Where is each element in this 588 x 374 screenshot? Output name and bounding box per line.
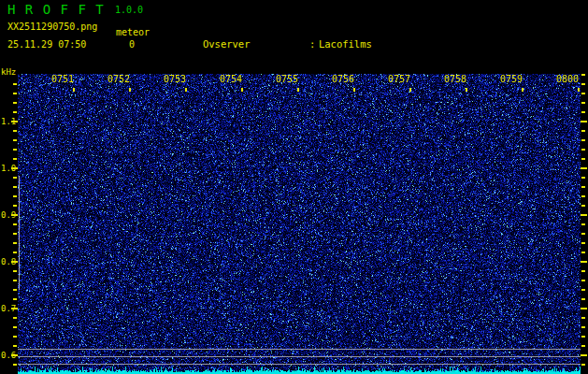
time-minute-tick (466, 88, 467, 92)
freq-minor-tick-left (13, 102, 17, 104)
freq-major-tick-left (11, 214, 18, 216)
time-tick-label: 0759 (499, 74, 523, 84)
info-label: Ovserver (203, 38, 309, 50)
time-minute-tick (353, 88, 355, 92)
freq-major-tick-right (581, 261, 587, 263)
time-tick-label: 0754 (219, 74, 242, 84)
freq-minor-tick-right (581, 270, 585, 272)
freq-minor-tick-left (13, 130, 17, 132)
freq-major-tick-left (11, 308, 18, 309)
freq-minor-tick-right (581, 223, 585, 225)
freq-minor-tick-right (581, 336, 585, 338)
freq-minor-tick-right (581, 242, 585, 244)
freq-minor-tick-left (13, 280, 17, 281)
time-minute-tick (129, 88, 131, 92)
time-minute-tick (578, 88, 580, 92)
info-row-observer: Ovserver:Lacofilms (167, 26, 454, 38)
freq-minor-tick-left (13, 252, 17, 253)
freq-minor-tick-left (13, 242, 17, 244)
app-title: H R O F F T (7, 2, 105, 17)
freq-minor-tick-left (13, 298, 17, 300)
freq-minor-tick-right (581, 186, 585, 188)
freq-minor-tick-right (581, 289, 585, 291)
time-minute-tick (185, 88, 187, 92)
hrofft-screen: H R O F F T 1.0.0 XX2511290750.png meteo… (0, 0, 588, 374)
app-version: 1.0.0 (115, 5, 143, 15)
carrier-line (18, 356, 581, 357)
freq-minor-tick-right (581, 93, 585, 94)
freq-minor-tick-left (13, 233, 17, 235)
freq-axis-unit: kHz (1, 67, 16, 77)
freq-minor-tick-left (13, 326, 17, 328)
freq-minor-tick-left (13, 364, 17, 366)
spectrogram-noise-canvas (18, 74, 581, 374)
freq-minor-tick-right (581, 345, 585, 347)
freq-major-tick-right (581, 121, 587, 122)
freq-minor-tick-right (581, 130, 585, 132)
freq-minor-tick-right (581, 205, 585, 207)
freq-minor-tick-right (581, 177, 585, 179)
carrier-line (18, 349, 581, 350)
mode-label: meteor (116, 27, 150, 37)
spectrogram: 0751 0752 0753 0754 0755 0756 0757 0758 … (18, 74, 581, 374)
time-minute-tick (522, 88, 523, 92)
freq-major-tick-left (11, 354, 18, 356)
time-tick-label: 0758 (443, 74, 466, 84)
time-minute-tick (73, 88, 75, 92)
freq-minor-tick-right (581, 326, 585, 328)
freq-minor-tick-left (13, 177, 17, 179)
freq-minor-tick-right (581, 364, 585, 366)
freq-minor-tick-left (13, 93, 17, 94)
freq-minor-tick-right (581, 74, 585, 76)
info-separator: : (309, 38, 319, 50)
freq-minor-tick-right (581, 83, 585, 85)
freq-major-tick-left (11, 167, 18, 169)
freq-minor-tick-left (13, 205, 17, 207)
freq-major-tick-right (581, 354, 587, 356)
time-minute-tick (297, 88, 299, 92)
freq-minor-tick-left (13, 186, 17, 188)
freq-major-tick-right (581, 308, 587, 309)
freq-minor-tick-right (581, 317, 585, 319)
info-value: Lacofilms (319, 38, 372, 50)
freq-minor-tick-left (13, 158, 17, 160)
meteor-count: 0 (129, 39, 135, 50)
time-tick-label: 0752 (107, 74, 130, 84)
freq-minor-tick-right (581, 280, 585, 281)
time-minute-tick (409, 88, 411, 92)
left-edge-marker-line (19, 176, 20, 290)
freq-minor-tick-right (581, 139, 585, 141)
freq-minor-tick-left (13, 270, 17, 272)
freq-minor-tick-right (581, 298, 585, 300)
freq-minor-tick-left (13, 345, 17, 347)
time-minute-tick (241, 88, 243, 92)
freq-minor-tick-right (581, 233, 585, 235)
info-row-location: Receiving Location:Kanazawa Ishikawa,JAP… (167, 63, 454, 75)
freq-minor-tick-right (581, 252, 585, 253)
freq-minor-tick-left (13, 111, 17, 113)
freq-major-tick-right (581, 167, 587, 169)
freq-minor-tick-left (13, 83, 17, 85)
freq-minor-tick-left (13, 139, 17, 141)
freq-minor-tick-left (13, 336, 17, 338)
freq-minor-tick-left (13, 223, 17, 225)
freq-minor-tick-right (581, 149, 585, 151)
time-tick-label: 0800 (555, 74, 579, 84)
freq-major-tick-left (11, 121, 18, 122)
time-tick-label: 0751 (50, 74, 74, 84)
freq-major-tick-left (11, 261, 18, 263)
time-tick-label: 0753 (163, 74, 186, 84)
output-filename: XX2511290750.png (7, 22, 97, 32)
freq-minor-tick-left (13, 317, 17, 319)
freq-minor-tick-left (13, 289, 17, 291)
time-tick-label: 0755 (275, 74, 298, 84)
freq-minor-tick-right (581, 158, 585, 160)
freq-minor-tick-right (581, 111, 585, 113)
freq-minor-tick-left (13, 195, 17, 197)
observation-datetime: 25.11.29 07:50 (7, 39, 86, 50)
freq-minor-tick-left (13, 149, 17, 151)
carrier-line (18, 364, 581, 365)
freq-minor-tick-right (581, 195, 585, 197)
freq-minor-tick-right (581, 102, 585, 104)
time-tick-label: 0757 (387, 74, 410, 84)
